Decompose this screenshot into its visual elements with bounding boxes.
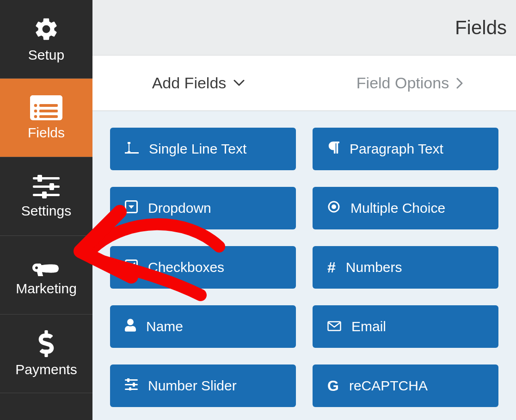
tab-label: Field Options [356,74,449,92]
svg-rect-9 [37,175,42,182]
svg-rect-24 [129,387,131,390]
svg-rect-21 [125,384,138,385]
field-tile-label: Number Slider [148,378,237,394]
field-tile-label: Numbers [346,259,402,275]
user-icon [125,319,136,335]
field-tile-label: Dropdown [148,200,211,216]
svg-rect-17 [126,260,137,272]
pilcrow-icon [327,141,339,158]
sliders-icon [33,174,60,198]
fields-panel: Single Line Text Paragraph Text Dropdown… [92,111,516,420]
svg-rect-19 [125,379,138,381]
list-icon [30,95,62,120]
tab-field-options[interactable]: Field Options [304,56,516,111]
svg-rect-20 [127,378,129,382]
sidebar-item-label: Marketing [16,281,77,296]
svg-point-2 [34,104,37,107]
sidebar-item-marketing[interactable]: Marketing [0,236,92,315]
field-tile-label: Email [351,319,386,334]
svg-rect-1 [30,95,62,101]
field-tile-name[interactable]: Name [110,305,296,348]
text-cursor-icon [125,141,139,157]
field-tile-label: Name [146,319,183,334]
radio-dot-icon [327,200,340,216]
svg-rect-22 [133,383,135,387]
field-tile-email[interactable]: Email [313,305,498,348]
envelope-icon [327,319,341,334]
svg-point-6 [34,115,37,118]
dollar-icon [38,330,55,357]
field-tile-label: reCAPTCHA [349,378,428,394]
field-tile-recaptcha[interactable]: G reCAPTCHA [313,364,498,407]
field-tile-paragraph-text[interactable]: Paragraph Text [313,128,498,170]
svg-rect-5 [39,110,58,112]
sliders-horizontal-icon [125,378,138,394]
tabbar: Add Fields Field Options [92,56,516,111]
svg-point-16 [332,204,336,209]
field-tile-label: Paragraph Text [350,141,443,157]
main-panel: Fields Add Fields Field Options Single L… [92,0,516,420]
field-tile-label: Checkboxes [148,259,224,275]
sidebar-item-label: Fields [28,125,65,141]
sidebar-item-settings[interactable]: Settings [0,157,92,236]
svg-rect-3 [39,104,58,107]
field-tile-numbers[interactable]: # Numbers [313,246,498,289]
sidebar-item-setup[interactable]: Setup [0,0,92,79]
field-tile-label: Multiple Choice [350,200,445,216]
field-tile-grid: Single Line Text Paragraph Text Dropdown… [110,128,498,407]
caret-down-square-icon [125,200,138,216]
svg-point-4 [34,109,37,112]
chevron-down-icon [233,80,245,87]
svg-rect-10 [33,185,60,188]
hash-icon: # [327,260,336,275]
field-tile-number-slider[interactable]: Number Slider [110,364,296,407]
svg-rect-7 [39,115,58,118]
sidebar: Setup Fields [0,0,92,420]
field-tile-label: Single Line Text [149,141,246,157]
gear-icon [33,16,60,43]
field-tile-single-line-text[interactable]: Single Line Text [110,128,296,170]
google-g-icon: G [327,378,339,393]
sidebar-item-fields[interactable]: Fields [0,79,92,157]
svg-rect-13 [42,191,47,198]
field-tile-dropdown[interactable]: Dropdown [110,187,296,229]
field-tile-checkboxes[interactable]: Checkboxes [110,246,296,289]
sidebar-item-label: Settings [21,203,71,219]
sidebar-item-label: Setup [28,47,64,63]
page-title: Fields [455,17,507,39]
bullhorn-icon [32,254,60,276]
titlebar: Fields [92,0,516,56]
sidebar-item-payments[interactable]: Payments [0,315,92,393]
svg-rect-8 [33,177,60,179]
checkbox-checked-icon [125,259,138,276]
tab-add-fields[interactable]: Add Fields [92,56,304,111]
sidebar-item-label: Payments [15,362,77,377]
field-tile-multiple-choice[interactable]: Multiple Choice [313,187,498,229]
svg-rect-11 [49,183,54,190]
tab-label: Add Fields [152,74,227,92]
chevron-right-icon [456,78,464,89]
